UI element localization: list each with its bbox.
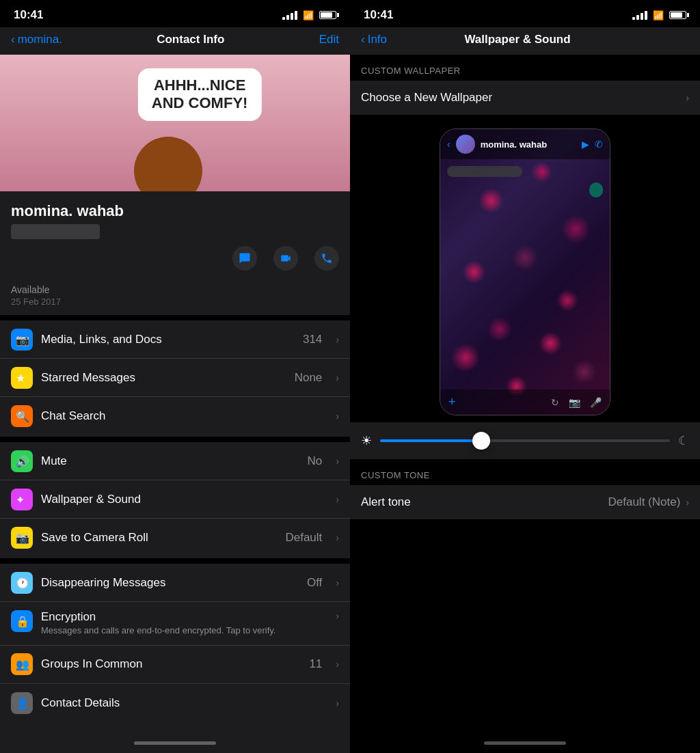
back-button[interactable]: ‹ momina. bbox=[11, 33, 62, 46]
chevron-left-icon: ‹ bbox=[11, 33, 15, 46]
separator-3 bbox=[0, 558, 350, 564]
separator-1 bbox=[0, 315, 350, 320]
starred-messages-item[interactable]: ★ Starred Messages None › bbox=[0, 359, 350, 397]
back-label: momina. bbox=[18, 33, 62, 46]
right-panel: 10:41 📶 ‹ Info Wallpaper & Sound CUSTOM … bbox=[350, 0, 700, 753]
encryption-icon: 🔒 bbox=[11, 610, 33, 632]
save-camera-roll-value: Default bbox=[285, 531, 322, 545]
disappearing-messages-item[interactable]: 🕐 Disappearing Messages Off › bbox=[0, 564, 350, 602]
profile-info-section: momina. wahab bbox=[0, 191, 350, 282]
chevron-right-icon: › bbox=[336, 411, 339, 422]
speech-bubble: AHHH...NICE AND COMFY! bbox=[138, 68, 262, 121]
mute-item[interactable]: 🔊 Mute No › bbox=[0, 442, 350, 480]
chevron-right-icon: › bbox=[336, 659, 339, 670]
chevron-left-icon: ‹ bbox=[361, 33, 365, 46]
preview-bottom-bar: + ↻ 📷 🎤 bbox=[440, 389, 610, 415]
sent-message bbox=[589, 182, 603, 197]
profile-actions bbox=[11, 246, 339, 276]
wallpaper-sound-item[interactable]: ✦ Wallpaper & Sound › bbox=[0, 480, 350, 519]
media-links-docs-item[interactable]: 📷 Media, Links, and Docs 314 › bbox=[0, 320, 350, 359]
encryption-item[interactable]: 🔒 Encryption Messages and calls are end-… bbox=[0, 602, 350, 646]
groups-icon: 👥 bbox=[11, 653, 33, 675]
profile-phone-redacted bbox=[11, 224, 100, 239]
save-camera-roll-item[interactable]: 📷 Save to Camera Roll Default › bbox=[0, 519, 350, 557]
refresh-icon: ↻ bbox=[551, 397, 559, 408]
mic-icon: 🎤 bbox=[590, 397, 602, 408]
chevron-right-icon: › bbox=[686, 497, 689, 508]
wifi-icon: 📶 bbox=[303, 10, 314, 20]
contact-details-item[interactable]: 👤 Contact Details › bbox=[0, 684, 350, 722]
profile-name: momina. wahab bbox=[11, 202, 339, 220]
preview-video-icon: ▶ bbox=[582, 139, 589, 150]
home-bar bbox=[484, 741, 566, 745]
mute-label: Mute bbox=[41, 454, 299, 468]
preview-action-icons: ▶ ✆ bbox=[582, 139, 603, 150]
plus-icon: + bbox=[448, 395, 456, 409]
phone-icon bbox=[321, 252, 333, 264]
left-home-indicator bbox=[0, 733, 350, 753]
search-icon: 🔍 bbox=[11, 405, 33, 427]
wallpaper-preview-container: ‹ momina. wahab ▶ ✆ + ↻ 📷 bbox=[350, 115, 700, 422]
info-back-label: Info bbox=[368, 33, 387, 46]
left-status-icons: 📶 bbox=[282, 10, 336, 20]
chevron-right-icon: › bbox=[336, 494, 339, 505]
right-home-indicator bbox=[350, 733, 700, 753]
chevron-right-icon: › bbox=[336, 698, 339, 709]
received-message bbox=[447, 166, 522, 177]
mute-icon: 🔊 bbox=[11, 450, 33, 472]
groups-in-common-item[interactable]: 👥 Groups In Common 11 › bbox=[0, 646, 350, 684]
menu-section-1: 📷 Media, Links, and Docs 314 › ★ Starred… bbox=[0, 320, 350, 435]
disappearing-icon: 🕐 bbox=[11, 572, 33, 594]
chevron-right-icon: › bbox=[686, 92, 689, 103]
groups-in-common-value: 11 bbox=[309, 657, 322, 671]
edit-button[interactable]: Edit bbox=[319, 33, 339, 46]
wallpaper-icon: ✦ bbox=[11, 489, 33, 510]
contact-icon: 👤 bbox=[11, 692, 33, 714]
custom-tone-label: CUSTOM TONE bbox=[361, 470, 430, 480]
preview-avatar bbox=[456, 135, 475, 154]
moon-icon: ☾ bbox=[678, 433, 689, 448]
right-empty-area bbox=[350, 519, 700, 733]
battery-icon bbox=[669, 11, 686, 19]
alert-tone-row[interactable]: Alert tone Default (Note) › bbox=[350, 485, 700, 519]
camera-icon: 📷 bbox=[569, 397, 580, 408]
chevron-right-icon: › bbox=[336, 577, 339, 588]
starred-messages-value: None bbox=[295, 371, 323, 385]
separator-2 bbox=[0, 437, 350, 442]
preview-phone-icon: ✆ bbox=[595, 139, 603, 150]
info-back-button[interactable]: ‹ Info bbox=[361, 33, 387, 46]
video-button[interactable] bbox=[273, 246, 298, 271]
message-button[interactable] bbox=[232, 246, 257, 271]
menu-section-3: 🕐 Disappearing Messages Off › 🔒 Encrypti… bbox=[0, 564, 350, 722]
brightness-slider[interactable] bbox=[380, 439, 670, 442]
cartoon-background: AHHH...NICE AND COMFY! bbox=[0, 55, 350, 191]
alert-tone-label: Alert tone bbox=[361, 495, 608, 509]
chevron-right-icon: › bbox=[336, 372, 339, 383]
choose-wallpaper-label: Choose a New Wallpaper bbox=[361, 91, 686, 105]
encryption-title: Encryption bbox=[41, 610, 327, 624]
save-camera-roll-label: Save to Camera Roll bbox=[41, 531, 277, 545]
chat-search-label: Chat Search bbox=[41, 409, 327, 423]
slider-thumb[interactable] bbox=[472, 432, 490, 450]
preview-input-icons: ↻ 📷 🎤 bbox=[551, 397, 602, 408]
preview-nav-bar: ‹ momina. wahab ▶ ✆ bbox=[440, 129, 610, 159]
right-nav-bar: ‹ Info Wallpaper & Sound bbox=[350, 27, 700, 55]
phone-button[interactable] bbox=[314, 246, 339, 271]
custom-wallpaper-label: CUSTOM WALLPAPER bbox=[361, 66, 461, 76]
choose-wallpaper-row[interactable]: Choose a New Wallpaper › bbox=[350, 81, 700, 115]
signal-icon bbox=[282, 11, 297, 20]
chat-search-item[interactable]: 🔍 Chat Search › bbox=[0, 397, 350, 435]
left-status-time: 10:41 bbox=[14, 8, 43, 22]
cartoon-head bbox=[134, 137, 202, 191]
profile-image: AHHH...NICE AND COMFY! bbox=[0, 55, 350, 191]
sun-icon: ☀ bbox=[361, 433, 372, 448]
left-nav-bar: ‹ momina. Contact Info Edit bbox=[0, 27, 350, 55]
chevron-right-icon: › bbox=[336, 532, 339, 543]
video-icon bbox=[280, 252, 292, 264]
camera-icon: 📷 bbox=[11, 527, 33, 549]
phone-preview: ‹ momina. wahab ▶ ✆ + ↻ 📷 bbox=[440, 128, 610, 415]
preview-messages bbox=[440, 159, 610, 204]
contact-details-label: Contact Details bbox=[41, 696, 327, 710]
right-status-bar: 10:41 📶 bbox=[350, 0, 700, 27]
alert-tone-value: Default (Note) bbox=[608, 495, 681, 509]
